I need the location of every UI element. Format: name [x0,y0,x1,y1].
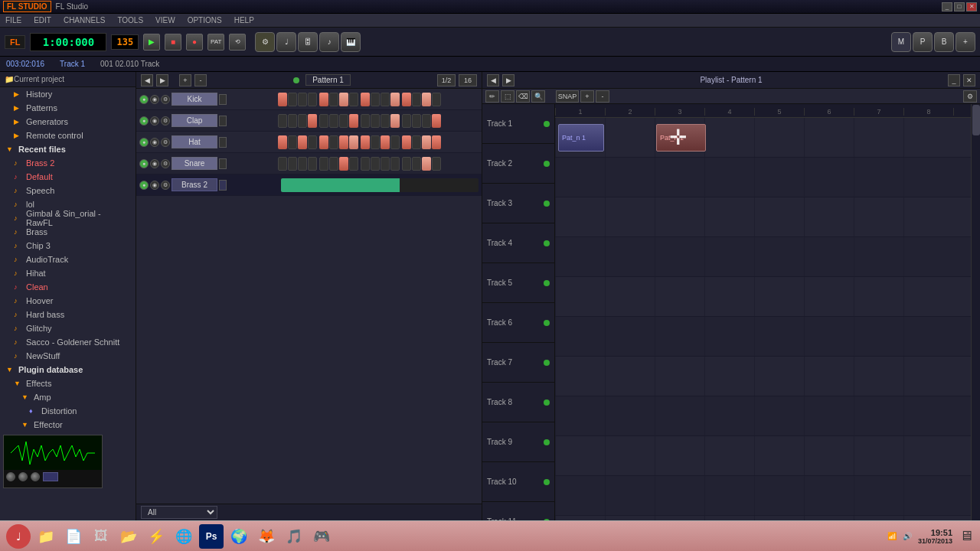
track-label-5[interactable]: Track 5 [482,263,554,303]
track-row-4[interactable] [555,237,980,277]
clap-step-12[interactable] [390,114,400,128]
menu-edit[interactable]: EDIT [31,15,54,25]
browser-item-effects[interactable]: ▼ Effects [0,377,136,390]
hat-volume-knob[interactable] [219,137,227,148]
tool-btn-3[interactable]: 🎛 [298,32,318,52]
hat-step-8[interactable] [349,135,358,149]
kick-solo-button[interactable]: ◉ [150,95,159,104]
snare-step-7[interactable] [339,157,348,171]
track-label-10[interactable]: Track 10 [482,462,554,502]
snare-step-5[interactable] [319,157,328,171]
snare-step-1[interactable] [278,157,287,171]
track-row-8[interactable] [555,396,980,436]
pattern-block-1b[interactable]: Pat_n 1 [656,124,706,152]
browser-item-gimbal[interactable]: ♪ Gimbal & Sin_orial - RawFL [0,211,136,225]
snare-options-button[interactable]: ⚙ [161,159,170,168]
playlist-minimize-button[interactable]: _ [948,74,960,86]
taskbar-show-desktop[interactable]: 🖥 [959,529,974,544]
pattern-next-button[interactable]: ▶ [156,74,168,86]
brass2-volume-knob[interactable] [219,180,227,191]
snare-mute-button[interactable]: ● [139,159,149,168]
clap-step-8[interactable] [349,114,358,128]
snare-step-12[interactable] [390,157,400,171]
track-7-mute[interactable] [544,360,550,366]
browser-item-remote[interactable]: ▶ Remote control [0,129,136,142]
clap-step-15[interactable] [422,114,431,128]
channel-filter-select[interactable]: All [141,506,217,519]
hat-solo-button[interactable]: ◉ [150,138,159,147]
taskbar-chrome-icon[interactable]: 🌍 [227,524,251,549]
brass2-name-button[interactable]: Brass 2 [172,178,217,191]
kick-step-3[interactable] [298,93,307,106]
hat-mute-button[interactable]: ● [139,138,149,147]
kick-step-12[interactable] [390,93,400,106]
snare-step-14[interactable] [412,157,421,171]
play-button[interactable]: ▶ [143,34,160,51]
snare-solo-button[interactable]: ◉ [150,159,159,168]
clap-step-16[interactable] [432,114,441,128]
pattern-add-button[interactable]: + [179,74,191,86]
hat-step-11[interactable] [381,135,390,149]
brass2-options-button[interactable]: ⚙ [161,181,170,190]
track-label-7[interactable]: Track 7 [482,343,554,383]
browser-item-newstuff[interactable]: ♪ NewStuff [0,349,136,363]
track-row-10[interactable] [555,476,980,516]
playlist-snap-button[interactable]: SNAP [556,90,579,103]
hat-step-5[interactable] [319,135,328,149]
snare-step-9[interactable] [361,157,370,171]
hat-name-button[interactable]: Hat [172,135,217,148]
stop-button[interactable]: ■ [165,34,181,51]
minimize-button[interactable]: _ [942,2,952,11]
hat-step-1[interactable] [278,135,287,149]
snare-step-16[interactable] [432,157,441,171]
playlist-zoom-out[interactable]: - [596,90,609,103]
hat-step-2[interactable] [288,135,297,149]
browser-item-brass2[interactable]: ♪ Brass 2 [0,156,136,170]
tool-btn-1[interactable]: ⚙ [255,32,275,52]
knob-3[interactable] [31,472,40,481]
track-label-2[interactable]: Track 2 [482,144,554,184]
hat-step-16[interactable] [432,135,441,149]
track-label-9[interactable]: Track 9 [482,422,554,462]
mixer-button[interactable]: M [891,32,911,52]
track-8-mute[interactable] [544,399,550,406]
browser-item-sacco[interactable]: ♪ Sacco - Goldener Schnitt [0,335,136,349]
brass2-mute-button[interactable]: ● [139,181,149,190]
snare-step-11[interactable] [381,157,390,171]
track-row-7[interactable] [555,357,980,396]
pattern-block-1a[interactable]: Pat_n 1 [558,124,604,152]
playlist-scrollbar-thumb[interactable] [972,105,980,135]
piano-roll-button[interactable]: P [913,32,933,52]
clap-step-1[interactable] [278,114,287,128]
playlist-close-button[interactable]: ✕ [963,74,975,86]
track-label-8[interactable]: Track 8 [482,383,554,422]
tool-btn-5[interactable]: 🎹 [341,32,361,52]
browser-item-effector[interactable]: ▼ Effector [0,418,136,432]
hat-step-4[interactable] [308,135,317,149]
taskbar-folder-icon[interactable]: 📁 [34,524,58,549]
browser-item-patterns[interactable]: ▶ Patterns [0,101,136,115]
snare-step-15[interactable] [422,157,431,171]
kick-step-7[interactable] [339,93,348,106]
playlist-scrollbar-v[interactable] [971,104,980,520]
snare-step-10[interactable] [371,157,380,171]
clap-options-button[interactable]: ⚙ [161,116,170,126]
pattern-prev-button[interactable]: ◀ [141,74,153,86]
browser-item-audiotrack[interactable]: ♪ AudioTrack [0,253,136,266]
browser-item-recent[interactable]: ▼ Recent files [0,142,136,156]
kick-step-6[interactable] [329,93,338,106]
menu-view[interactable]: VIEW [153,15,178,25]
browser-item-history[interactable]: ▶ History [0,87,136,101]
kick-mute-button[interactable]: ● [139,95,149,104]
kick-step-4[interactable] [308,93,317,106]
hat-step-7[interactable] [339,135,348,149]
steps-per-bar-button[interactable]: 16 [459,74,477,86]
playlist-zoom-in[interactable]: + [580,90,594,103]
browser-item-distortion[interactable]: ♦ Distortion [0,404,136,418]
clap-step-10[interactable] [371,114,380,128]
tool-btn-2[interactable]: ♩ [276,32,296,52]
clap-step-3[interactable] [298,114,307,128]
tool-btn-4[interactable]: ♪ [319,32,339,52]
kick-step-16[interactable] [432,93,441,106]
browser-item-glitchy[interactable]: ♪ Glitchy [0,321,136,335]
